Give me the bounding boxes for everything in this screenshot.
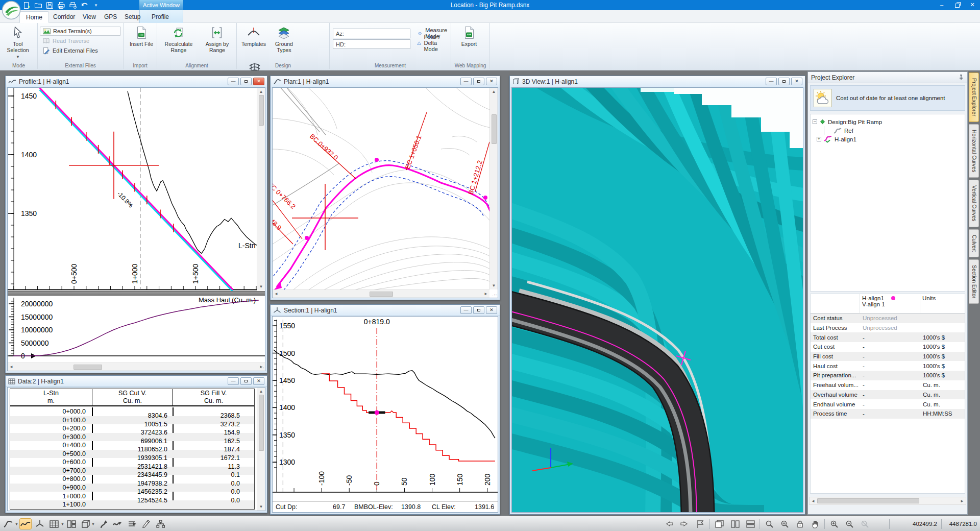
tree-node-design[interactable]: – Design:Big Pit Ramp	[813, 117, 963, 126]
profile-splitter[interactable]	[8, 291, 265, 296]
profile-vertical-scrollbar[interactable]: ▲ ▼	[257, 88, 265, 291]
cut-volume-cell[interactable]: 699006.1	[93, 437, 167, 445]
profile-minimize-button[interactable]: —	[228, 78, 239, 85]
bc-point[interactable]	[375, 158, 379, 162]
resize-grip[interactable]: .::	[259, 366, 264, 370]
ec-point[interactable]	[305, 236, 309, 240]
section-window[interactable]: Section:1 | H-align1 — ✕ 155015001450140…	[270, 304, 500, 515]
scroll-left-icon[interactable]: ◄	[9, 365, 13, 369]
explorer-horizontal-scrollbar[interactable]: ◄ ►	[809, 497, 966, 505]
annotate-tool-button[interactable]	[140, 518, 152, 529]
pin-icon[interactable]	[958, 75, 964, 81]
profile-horizontal-scrollbar[interactable]: ◄ ►	[8, 363, 265, 371]
restore-button[interactable]	[949, 0, 965, 10]
cost-grid-row[interactable]: Process time-HH:MM:SS	[811, 409, 965, 419]
plan-window[interactable]: Plan:1 | H-align1 — ✕	[270, 76, 500, 300]
cut-volume-cell[interactable]: 1947938.2	[93, 479, 167, 488]
hd-field[interactable]: HD:	[333, 39, 410, 49]
cost-grid-row[interactable]: Endhaul volume-Cu. m.	[811, 399, 965, 409]
station-cell[interactable]: 1+000.0	[10, 492, 86, 500]
section-window-titlebar[interactable]: Section:1 | H-align1 — ✕	[271, 305, 500, 316]
scroll-up-icon[interactable]: ▲	[259, 89, 263, 94]
insert-file-button[interactable]: Insert File	[126, 25, 157, 60]
qat-customize-icon[interactable]: ▼	[94, 3, 98, 8]
cut-volume-cell[interactable]: 10051.5	[93, 420, 167, 428]
data-window[interactable]: Data:2 | H-align1 — ✕ L-Stnm. SG Cut V.C…	[5, 375, 267, 513]
view3d-minimize-button[interactable]: —	[766, 78, 777, 85]
recalculate-range-button[interactable]: Recalculate Range	[159, 25, 198, 60]
back-button[interactable]	[664, 518, 676, 529]
scroll-down-icon[interactable]: ▼	[259, 504, 263, 509]
cost-grid-row[interactable]: Last ProcessUnprocessed	[811, 323, 965, 333]
data-table[interactable]: L-Stnm. SG Cut V.Cu. m. SG Fill V.Cu. m.…	[10, 389, 255, 510]
close-button[interactable]: ✕	[965, 0, 980, 10]
section-chart[interactable]: 155015001450140013501300-100-50050100150…	[273, 317, 498, 499]
data-close-button[interactable]: ✕	[253, 377, 264, 385]
cost-grid-row[interactable]: Freehaul volum...-Cu. m.	[811, 380, 965, 390]
plan-map[interactable]: BC 0+932.0 EC 1+050.1 BC 1+212.2 EC 0+76…	[273, 88, 492, 290]
view3d-button[interactable]	[80, 518, 92, 529]
profile-view-button[interactable]	[19, 518, 32, 529]
data-restore-button[interactable]	[240, 377, 252, 385]
find-button[interactable]	[763, 518, 775, 529]
tree-node-halign[interactable]: + H-align1	[813, 135, 963, 143]
cost-grid-row[interactable]: Total cost-1000's $	[811, 332, 965, 342]
section-minimize-button[interactable]: —	[460, 306, 472, 314]
station-cell[interactable]: 0+500.0	[10, 450, 86, 458]
cost-grid-row[interactable]: Cost statusUnprocessed	[811, 313, 965, 323]
zoom-in-button[interactable]	[828, 518, 840, 529]
undo-icon[interactable]	[81, 2, 88, 8]
cost-grid-row[interactable]: Overhaul volume-Cu. m.	[811, 390, 965, 400]
profile-chart[interactable]: 1450140013500+5001+0001+500L-Stn-10.8%	[8, 88, 259, 291]
zoom-extents-button[interactable]	[778, 518, 791, 529]
cost-grid-row[interactable]: Pit preparation...-1000's $	[811, 371, 965, 380]
scroll-left-icon[interactable]: ◄	[811, 499, 815, 503]
scroll-left-icon[interactable]: ◄	[274, 292, 278, 296]
data-minimize-button[interactable]: —	[228, 377, 239, 385]
cost-grid-row[interactable]: Fill cost-1000's $	[811, 352, 965, 361]
station-cell[interactable]: 0+100.0	[10, 416, 86, 424]
scroll-down-icon[interactable]: ▼	[492, 283, 496, 288]
read-terrains-button[interactable]: Read Terrain(s)	[40, 27, 121, 36]
station-cell[interactable]: 0+600.0	[10, 458, 86, 466]
station-cell[interactable]: 0+300.0	[10, 433, 86, 441]
assign-by-range-button[interactable]: Assign by Range	[200, 25, 234, 60]
section-close-button[interactable]: ✕	[486, 306, 497, 314]
hierarchy-tool-button[interactable]	[154, 518, 166, 529]
ground-types-button[interactable]: Ground Types	[271, 25, 297, 60]
cut-volume-cell[interactable]: 1180652.0	[93, 445, 167, 453]
split-horizontal-button[interactable]	[744, 518, 756, 529]
data-vertical-scrollbar[interactable]: ▲ ▼	[257, 388, 265, 511]
plan-close-button[interactable]: ✕	[486, 78, 497, 85]
flag-button[interactable]	[694, 518, 706, 529]
read-traverse-button[interactable]: Read Traverse	[40, 36, 121, 45]
tree-node-ref[interactable]: Ref	[813, 126, 963, 135]
data-view-dropdown-icon[interactable]: ▼	[61, 522, 64, 526]
fill-volume-cell[interactable]: 1672.1	[174, 454, 240, 462]
station-cell[interactable]: 1+100.0	[10, 500, 86, 509]
export-button[interactable]: Export	[453, 25, 485, 60]
station-cell[interactable]: 0+400.0	[10, 441, 86, 449]
fill-volume-cell[interactable]: 3273.2	[174, 420, 240, 428]
plan-minimize-button[interactable]: —	[460, 78, 472, 85]
plan-restore-button[interactable]	[473, 78, 484, 85]
fill-volume-cell[interactable]: 0.0	[174, 479, 240, 488]
fill-volume-cell[interactable]: 11.3	[174, 463, 240, 471]
plan-view-dropdown-icon[interactable]: ▼	[15, 522, 18, 526]
project-explorer-header[interactable]: Project Explorer	[808, 72, 967, 83]
templates-button[interactable]: Templates	[239, 25, 268, 60]
station-cell[interactable]: 0+800.0	[10, 475, 86, 483]
resize-grip[interactable]: .::	[492, 293, 497, 297]
fill-volume-cell[interactable]: 2368.5	[174, 412, 240, 420]
minimize-button[interactable]: –	[934, 0, 949, 10]
section-restore-button[interactable]	[473, 306, 484, 314]
view3d-dropdown-icon[interactable]: ▼	[91, 522, 95, 526]
station-cell[interactable]: 0+700.0	[10, 467, 86, 475]
az-input[interactable]	[344, 29, 407, 38]
multi-window-button[interactable]	[65, 518, 78, 529]
plan-view-button[interactable]	[2, 518, 14, 529]
plan-window-titlebar[interactable]: Plan:1 | H-align1 — ✕	[271, 76, 500, 87]
station-cell[interactable]: 0+200.0	[10, 424, 86, 432]
scroll-right-icon[interactable]: ►	[960, 499, 964, 503]
edit-template-tool-button[interactable]	[126, 518, 138, 529]
